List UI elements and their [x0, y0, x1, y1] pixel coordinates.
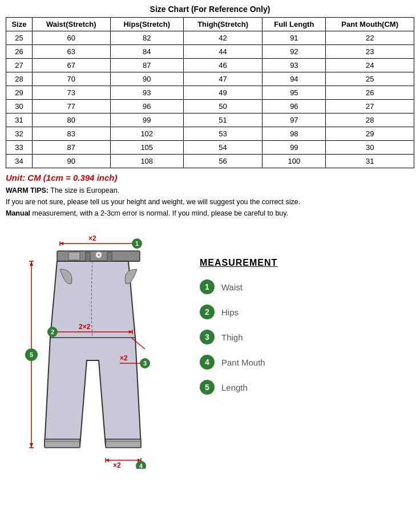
legend-item: 4Pant Mouth: [200, 355, 414, 370]
table-cell: 30: [326, 141, 414, 155]
legend-circle: 1: [200, 279, 215, 294]
legend-item: 3Thigh: [200, 330, 414, 344]
legend-circle: 3: [200, 330, 215, 344]
table-row: 3283102539829: [6, 127, 414, 141]
tips-line3-rest: measurement, with a 2-3cm error is norma…: [30, 209, 288, 217]
table-row: 307796509627: [6, 100, 414, 113]
table-cell: 83: [32, 127, 110, 141]
table-cell: 31: [326, 155, 414, 168]
table-cell: 54: [183, 141, 262, 155]
table-cell: 60: [32, 31, 110, 45]
table-header-cell: Full Length: [262, 18, 326, 31]
table-cell: 73: [32, 86, 110, 100]
unit-line: Unit: CM (1cm = 0.394 inch): [6, 173, 414, 182]
table-cell: 87: [110, 59, 183, 72]
chart-title: Size Chart (For Reference Only): [6, 5, 414, 14]
table-cell: 29: [6, 86, 33, 100]
table-cell: 49: [183, 86, 262, 100]
legend-item: 1Waist: [200, 279, 414, 294]
tips-line2: If you are not sure, please tell us your…: [6, 196, 414, 208]
table-cell: 30: [6, 100, 33, 113]
legend-label: Length: [221, 383, 248, 392]
table-cell: 27: [6, 59, 33, 72]
table-cell: 44: [183, 45, 262, 59]
table-cell: 90: [110, 72, 183, 86]
table-cell: 67: [32, 59, 110, 72]
measurement-title: MEASUREMENT: [200, 258, 414, 268]
table-cell: 29: [326, 127, 414, 141]
table-cell: 28: [326, 113, 414, 127]
table-cell: 96: [110, 100, 183, 113]
table-row: 266384449223: [6, 45, 414, 59]
diagram-section: ×2 1 2×2 2 ×2 3: [6, 224, 414, 471]
svg-marker-15: [60, 242, 63, 245]
table-cell: 51: [183, 113, 262, 127]
table-cell: 46: [183, 59, 262, 72]
table-cell: 23: [326, 45, 414, 59]
svg-text:1: 1: [135, 240, 139, 247]
table-cell: 34: [6, 155, 33, 168]
table-cell: 82: [110, 31, 183, 45]
size-table: SizeWaist(Stretch)Hips(Stretch)Thigh(Str…: [6, 17, 414, 168]
table-cell: 22: [326, 31, 414, 45]
table-cell: 97: [262, 113, 326, 127]
table-cell: 28: [6, 72, 33, 86]
legend-label: Thigh: [221, 332, 243, 342]
table-cell: 50: [183, 100, 262, 113]
table-cell: 93: [262, 59, 326, 72]
table-cell: 105: [110, 141, 183, 155]
legend-item: 5Length: [200, 380, 414, 395]
table-cell: 95: [262, 86, 326, 100]
legend-circle: 4: [200, 355, 215, 370]
table-cell: 90: [32, 155, 110, 168]
svg-marker-36: [106, 459, 109, 462]
table-cell: 26: [6, 45, 33, 59]
table-cell: 99: [110, 113, 183, 127]
svg-rect-8: [45, 439, 80, 448]
table-cell: 80: [32, 113, 110, 127]
table-cell: 93: [110, 86, 183, 100]
table-row: 276787469324: [6, 59, 414, 72]
table-header-cell: Size: [6, 18, 33, 31]
table-cell: 25: [326, 72, 414, 86]
table-header-cell: Pant Mouth(CM): [326, 18, 414, 31]
measurement-legend: MEASUREMENT 1Waist2Hips3Thigh4Pant Mouth…: [188, 224, 414, 405]
table-row: 3387105549930: [6, 141, 414, 155]
table-cell: 25: [6, 31, 33, 45]
svg-text:×2: ×2: [113, 461, 121, 469]
legend-circle: 2: [200, 305, 215, 319]
table-header-cell: Waist(Stretch): [32, 18, 110, 31]
tips-warn-bold: WARM TIPS:: [6, 186, 49, 194]
table-cell: 32: [6, 127, 33, 141]
table-row: 318099519728: [6, 113, 414, 127]
tips-line1: WARM TIPS: The size is European.: [6, 185, 414, 196]
table-row: 297393499526: [6, 86, 414, 100]
pants-diagram: ×2 1 2×2 2 ×2 3: [6, 224, 188, 469]
legend-label: Pant Mouth: [221, 358, 265, 367]
table-header-cell: Thigh(Stretch): [183, 18, 262, 31]
svg-text:5: 5: [30, 351, 33, 358]
page-wrapper: Size Chart (For Reference Only) SizeWais…: [0, 0, 420, 475]
svg-rect-5: [107, 252, 112, 261]
table-cell: 100: [262, 155, 326, 168]
legend-label: Hips: [221, 307, 239, 317]
table-cell: 92: [262, 45, 326, 59]
table-cell: 94: [262, 72, 326, 86]
table-row: 287090479425: [6, 72, 414, 86]
tips-manual-bold: Manual: [6, 209, 30, 217]
legend-label: Waist: [221, 282, 243, 292]
svg-marker-44: [30, 261, 33, 266]
svg-text:4: 4: [139, 463, 143, 469]
table-cell: 84: [110, 45, 183, 59]
table-cell: 31: [6, 113, 33, 127]
svg-text:2: 2: [51, 328, 54, 335]
tips-section: WARM TIPS: The size is European. If you …: [6, 185, 414, 219]
svg-text:3: 3: [143, 360, 147, 367]
table-cell: 91: [262, 31, 326, 45]
table-cell: 102: [110, 127, 183, 141]
table-cell: 98: [262, 127, 326, 141]
legend-item: 2Hips: [200, 305, 414, 319]
svg-text:2×2: 2×2: [79, 323, 91, 331]
table-cell: 96: [262, 100, 326, 113]
table-cell: 42: [183, 31, 262, 45]
